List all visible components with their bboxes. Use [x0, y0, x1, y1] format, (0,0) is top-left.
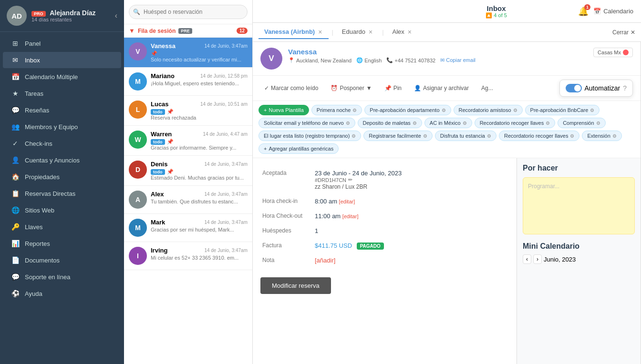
gear-icon: ⚙: [423, 133, 427, 139]
nav-label-checkins: Check-ins: [25, 140, 52, 147]
list-item[interactable]: L Lucas 14 de Junio, 10:51 am todo📌 Rese…: [124, 96, 252, 126]
sidebar-item-reportes[interactable]: 📊Reportes: [3, 235, 121, 252]
sidebar-item-resenas[interactable]: 💬Reseñas: [3, 102, 121, 118]
tab-close-button[interactable]: ×: [317, 29, 323, 35]
gear-icon: ⚙: [352, 108, 357, 113]
checkout-value: 11:00 am [editar]: [313, 209, 509, 223]
notifications-button[interactable]: 🔔 1: [578, 6, 589, 17]
todo-badge: todo: [151, 169, 165, 175]
location-icon: 📍: [288, 57, 295, 63]
sidebar-item-checkins[interactable]: ✓Check-ins: [3, 135, 121, 152]
message-badges: todo📌: [151, 169, 174, 175]
list-item[interactable]: D Denis 14 de Junio, 3:47am todo📌 Estima…: [124, 156, 252, 186]
help-icon[interactable]: ?: [623, 84, 627, 92]
right-panel: Por hacer Programar... Mini Calendario ‹…: [517, 158, 641, 364]
template-button[interactable]: Recordatorio recoger llaves⚙: [475, 118, 556, 128]
invoice-amount[interactable]: $411.75 USD: [315, 242, 352, 249]
list-item[interactable]: I Irving 14 de Junio, 3:47am Mi celular …: [124, 242, 252, 270]
todo-card[interactable]: Programar...: [523, 177, 635, 234]
template-button[interactable]: Comprensión⚙: [558, 118, 605, 128]
collapse-sidebar-button[interactable]: ‹: [115, 11, 117, 20]
modify-reservation-button[interactable]: Modificar reserva: [260, 277, 331, 294]
list-item[interactable]: A Alex 14 de Junio, 3:47am Tu también. Q…: [124, 186, 252, 214]
template-label: Registrarse facilmente: [369, 133, 421, 139]
sidebar-item-llaves[interactable]: 🔑Llaves: [3, 219, 121, 235]
calendar-icon: 📅: [593, 8, 601, 15]
inbox-list: 🔍 ▼ Fila de sesión PRE 12 V Vanessa 14 d…: [124, 0, 253, 364]
sidebar-item-inbox[interactable]: ✉Inbox: [3, 52, 121, 68]
booking-id: #DRD1H7CN ✏: [315, 177, 507, 183]
nav-label-propiedades: Propiedades: [25, 173, 60, 181]
message-preview: Estimado Deni. Muchas gracias por tu...: [151, 175, 248, 181]
tab-vanessa-(airbnb)[interactable]: Vanessa (Airbnb)×: [258, 25, 329, 39]
template-button[interactable]: +Agregar plantillas genéricas: [258, 143, 339, 154]
copy-email-button[interactable]: ✉ Copiar email: [440, 57, 476, 63]
template-button[interactable]: Extensión⚙: [582, 131, 621, 141]
top-bar: Inbox 🔼 4 of 5 🔔 1 📅 Calendario: [253, 0, 641, 23]
template-label: Solicitar email y teléfono de nuevo: [264, 120, 344, 126]
filter-label[interactable]: Fila de sesión: [138, 28, 176, 34]
sidebar-item-reservas[interactable]: 📋Reservas Directas: [3, 185, 121, 202]
message-avatar: W: [129, 131, 147, 149]
edit-id-button[interactable]: ✏: [348, 177, 352, 183]
guest-header-right: Casas Mx: [593, 48, 633, 57]
list-item[interactable]: W Warren 14 de Junio, 4:47 am todo📌 Grac…: [124, 126, 252, 156]
cal-next-button[interactable]: ›: [533, 254, 542, 264]
sidebar-item-panel[interactable]: ⊞Panel: [3, 35, 121, 51]
nav-icon-documentos: 📄: [10, 256, 20, 264]
sidebar-item-tareas[interactable]: ★Tareas: [3, 85, 121, 101]
posponer-button[interactable]: ⏰ Posponer ▼: [327, 83, 375, 93]
message-preview: ¡Hola Miguel, espero estes teniendo...: [151, 81, 248, 86]
tab-eduardo[interactable]: Eduardo×: [336, 25, 379, 39]
gear-icon: ⚙: [612, 133, 617, 139]
sidebar-item-cuentas[interactable]: 👤Cuentas y Anuncios: [3, 152, 121, 168]
template-button[interactable]: Pre-aprobación BnbCare⚙: [525, 105, 600, 115]
automatizar-toggle[interactable]: [566, 84, 582, 92]
nav-label-reservas: Reservas Directas: [25, 190, 75, 197]
ag-button[interactable]: Ag...: [477, 83, 497, 93]
search-input[interactable]: [129, 5, 248, 19]
list-item[interactable]: M Mark 14 de Junio, 3:47am Gracias por s…: [124, 214, 252, 242]
sidebar-item-miembros[interactable]: 👥Miembros y Equipo: [3, 119, 121, 135]
conversation-area: V Vanessa 📍 Auckland, New Zealand 🌐 Engl…: [253, 42, 641, 364]
message-time: 14 de Junio, 3:47am: [204, 220, 248, 225]
tab-close-button[interactable]: ×: [368, 29, 373, 35]
template-button[interactable]: Solicitar email y teléfono de nuevo⚙: [258, 118, 355, 128]
cal-prev-button[interactable]: ‹: [523, 254, 531, 264]
sidebar-item-ayuda[interactable]: ⚽Ayuda: [3, 285, 121, 302]
guest-language: 🌐 English: [356, 57, 382, 63]
tab-alex[interactable]: Alex×: [387, 25, 418, 39]
template-button[interactable]: Disfruta tu estancia⚙: [435, 131, 496, 141]
list-item[interactable]: M Mariano 14 de Junio, 12:58 pm ¡Hola Mi…: [124, 68, 252, 96]
template-button[interactable]: Pre-aprobación departamento⚙: [364, 105, 451, 115]
template-button[interactable]: Registrarse facilmente⚙: [363, 131, 432, 141]
sidebar-item-propiedades[interactable]: 🏠Propiedades: [3, 169, 121, 185]
list-item[interactable]: V Vanessa 14 de Junio, 3:47am 📌 Solo nec…: [124, 38, 252, 68]
sidebar-item-documentos[interactable]: 📄Documentos: [3, 252, 121, 268]
template-button[interactable]: El lugar esta listo (registro temprano)⚙: [258, 131, 361, 141]
message-avatar: V: [129, 42, 147, 61]
template-button[interactable]: Primera noche⚙: [311, 105, 362, 115]
pin-button[interactable]: 📌 Pin: [381, 83, 405, 93]
nota-add-link[interactable]: [añadir]: [315, 257, 335, 264]
airbnb-dot: [623, 50, 629, 55]
template-button[interactable]: Deposito de maletas⚙: [358, 118, 422, 128]
checkin-edit-link[interactable]: [editar]: [339, 199, 355, 204]
template-button[interactable]: Recordatorio amistoso⚙: [454, 105, 523, 115]
gear-icon: ⚙: [546, 121, 550, 126]
asignar-button[interactable]: 👤 Asignar y archivar: [410, 83, 473, 93]
template-button[interactable]: AC in México⚙: [424, 118, 472, 128]
sidebar-item-calendario[interactable]: 📅Calendario Múltiple: [3, 69, 121, 85]
template-button[interactable]: +Nueva Plantilla: [258, 105, 309, 115]
calendar-button[interactable]: 📅 Calendario: [593, 8, 633, 15]
message-name: Denis: [151, 161, 167, 168]
checkout-edit-link[interactable]: [editar]: [342, 213, 359, 219]
pin-icon: 📌: [384, 85, 392, 91]
mark-read-button[interactable]: ✓ Marcar como leído: [260, 83, 322, 93]
sidebar-item-sitios[interactable]: 🌐Sitios Web: [3, 202, 121, 218]
template-button[interactable]: Recordatorio recoger llaves⚙: [499, 131, 580, 141]
close-all-tabs-button[interactable]: Cerrar✕: [612, 29, 635, 36]
message-avatar: A: [129, 191, 147, 209]
sidebar-item-soporte[interactable]: 💬Soporte en línea: [3, 269, 121, 285]
tab-close-button[interactable]: ×: [407, 29, 413, 35]
